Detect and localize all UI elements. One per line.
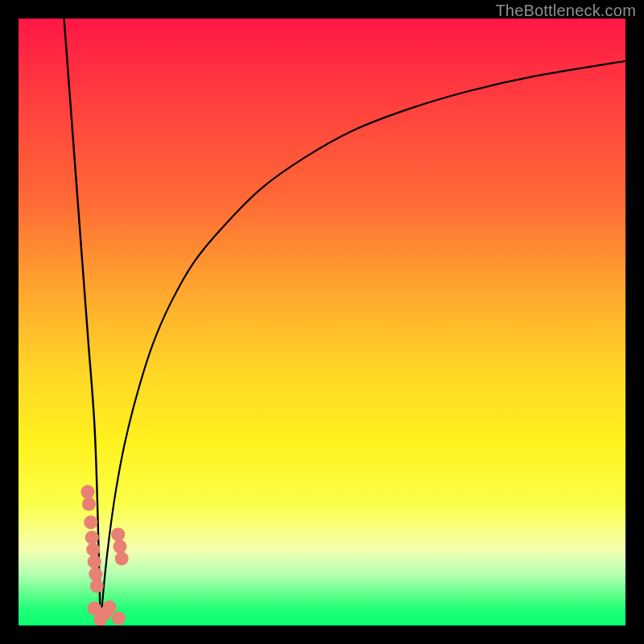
points-group [80,485,128,625]
plot-area [19,19,625,625]
data-point [89,567,102,580]
data-point [111,527,125,541]
curve-right-curve [101,61,625,625]
data-point [115,552,129,566]
data-point [103,601,117,614]
data-point [80,485,94,499]
data-point [86,543,100,556]
data-point [82,497,96,511]
curve-group [64,19,625,625]
data-point [88,555,101,568]
data-point [85,530,99,544]
watermark-label: TheBottleneck.com [495,2,636,20]
data-point [84,515,97,529]
chart-stage: TheBottleneck.com [0,0,644,644]
data-point [112,611,126,625]
data-point [90,579,104,592]
data-point [113,539,126,553]
chart-svg [19,19,625,625]
